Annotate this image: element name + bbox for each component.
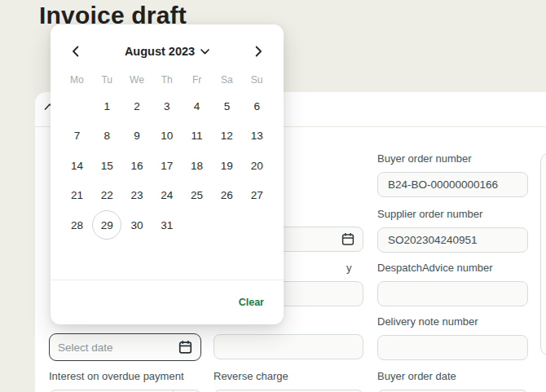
calendar-day-selected[interactable]: 29 [92, 210, 122, 240]
calendar-icon[interactable] [178, 340, 192, 355]
calendar-icon[interactable] [341, 232, 354, 246]
field-reverse-charge: Reverse charge [214, 371, 363, 392]
calendar-day[interactable]: 8 [92, 121, 122, 152]
calendar-day[interactable]: 5 [212, 91, 242, 121]
month-year-selector[interactable]: August 2023 [120, 44, 214, 59]
calendar-day[interactable]: 21 [62, 181, 92, 211]
field-mid-row4 [214, 334, 363, 359]
calendar-day[interactable]: 4 [182, 91, 212, 121]
calendar-day[interactable]: 6 [242, 91, 272, 121]
calendar-day-empty [212, 210, 242, 240]
calendar-day[interactable]: 17 [152, 151, 182, 181]
select-date-input[interactable]: Select date [49, 333, 201, 361]
field-despatch-advice-number: DespatchAdvice number [377, 262, 528, 306]
calendar-day[interactable]: 24 [152, 181, 182, 211]
select-date-placeholder: Select date [58, 341, 113, 354]
calendar-day[interactable]: 23 [122, 181, 152, 211]
reverse-charge-label: Reverse charge [214, 371, 363, 382]
calendar-day[interactable]: 15 [92, 151, 122, 181]
calendar-day[interactable]: 30 [122, 210, 152, 240]
weekday-label: We [122, 73, 152, 86]
calendar-day-empty [152, 240, 182, 271]
weekday-label: Sa [212, 73, 242, 86]
calendar-day[interactable]: 22 [92, 181, 122, 211]
calendar-day[interactable]: 10 [152, 121, 182, 152]
month-year-label: August 2023 [125, 45, 195, 58]
calendar-day[interactable]: 2 [122, 91, 152, 121]
calendar-day[interactable]: 1 [92, 91, 122, 121]
field-interest-overdue: Interest on overdue payment [49, 371, 201, 392]
date-picker-footer: Clear [51, 280, 284, 324]
field-buyer-order-date: Buyer order date [377, 371, 528, 392]
calendar-day[interactable]: 25 [182, 181, 212, 211]
calendar-day[interactable]: 9 [122, 121, 152, 152]
calendar-day[interactable]: 31 [152, 210, 182, 240]
calendar-day[interactable]: 19 [212, 151, 242, 181]
weekday-label: Tu [92, 73, 122, 86]
calendar-day-empty [62, 240, 92, 271]
despatch-advice-number-label: DespatchAdvice number [377, 262, 528, 274]
chevron-left-icon [72, 46, 79, 57]
delivery-note-number-label: Delivery note number [377, 316, 528, 328]
field-buyer-order-number: Buyer order number [377, 153, 528, 197]
calendar-day[interactable]: 27 [242, 181, 272, 211]
next-month-button[interactable] [252, 44, 266, 59]
weekday-label: Mo [62, 73, 92, 86]
calendar-day-empty [182, 240, 212, 271]
calendar-day[interactable]: 28 [62, 210, 92, 240]
calendar-day-empty [62, 91, 92, 121]
calendar-day-empty [92, 240, 122, 271]
weekday-label: Fr [182, 73, 212, 86]
clear-button[interactable]: Clear [234, 296, 269, 309]
weekday-label: Th [152, 73, 182, 86]
field-select-date: Select date [49, 333, 201, 361]
calendar-day[interactable]: 18 [182, 151, 212, 181]
partial-panel [540, 153, 546, 355]
chevron-right-icon [255, 46, 262, 57]
date-picker-nav: August 2023 [68, 41, 266, 62]
supplier-order-number-input[interactable] [377, 227, 528, 253]
calendar-day[interactable]: 20 [242, 151, 272, 181]
field-delivery-note-number: Delivery note number [377, 316, 528, 360]
supplier-order-number-label: Supplier order number [377, 209, 528, 220]
calendar-day[interactable]: 26 [212, 181, 242, 211]
weekday-row: MoTuWeThFrSaSu [62, 73, 272, 86]
date-picker-popup: August 2023 MoTuWeThFrSaSu 1234567891011… [51, 24, 284, 324]
calendar-day[interactable]: 7 [62, 121, 92, 152]
calendar-day-empty [182, 210, 212, 240]
weekday-label: Su [242, 73, 272, 86]
despatch-advice-number-input[interactable] [377, 281, 528, 306]
calendar-day[interactable]: 14 [62, 151, 92, 181]
calendar-day[interactable]: 13 [242, 121, 272, 152]
calendar-day[interactable]: 16 [122, 151, 152, 181]
calendar-grid: 1234567891011121314151617181920212223242… [62, 91, 272, 270]
calendar-day[interactable]: 11 [182, 121, 212, 152]
chevron-down-icon [200, 49, 209, 55]
delivery-note-number-input[interactable] [377, 335, 528, 360]
buyer-order-date-label: Buyer order date [377, 371, 528, 382]
buyer-order-number-label: Buyer order number [377, 153, 528, 165]
calendar-day-empty [242, 210, 272, 240]
calendar-day[interactable]: 12 [212, 121, 242, 152]
calendar-day-empty [122, 240, 152, 271]
calendar-day-empty [212, 240, 242, 271]
interest-overdue-label: Interest on overdue payment [49, 371, 201, 382]
calendar-day-empty [242, 240, 272, 271]
field-supplier-order-number: Supplier order number [377, 209, 528, 253]
mid-row4-input[interactable] [214, 334, 363, 359]
buyer-order-number-input[interactable] [377, 172, 528, 197]
calendar-day[interactable]: 3 [152, 91, 182, 121]
prev-month-button[interactable] [68, 44, 82, 59]
